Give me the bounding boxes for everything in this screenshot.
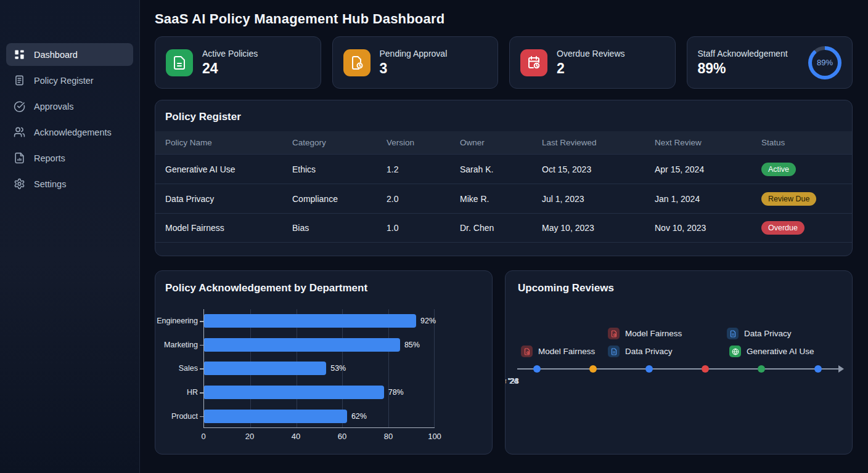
timeline-event-label: Data Privacy [744, 329, 792, 338]
cell-policy-name: Model Fairness [165, 223, 292, 233]
cell-policy-name: Data Privacy [165, 194, 292, 204]
check-circle-icon [14, 100, 25, 112]
timeline-event-label: Data Privacy [625, 347, 673, 356]
file-icon [166, 49, 193, 76]
sidebar-item-approvals[interactable]: Approvals [6, 95, 133, 118]
upcoming-reviews-title: Upcoming Reviews [506, 271, 852, 294]
stat-card-active-policies: Active Policies 24 [155, 36, 321, 89]
sidebar-item-acknowledgements[interactable]: Acknowledgements [6, 121, 133, 144]
timeline-event: Model Fairness [608, 328, 682, 339]
sidebar-item-label: Policy Register [34, 76, 94, 86]
cell-owner: Sarah K. [460, 164, 542, 174]
x-axis-tick: 80 [384, 432, 393, 441]
cell-next-review: Jan 1, 2024 [655, 194, 761, 204]
sidebar-item-label: Approvals [34, 102, 73, 111]
x-axis-tick: 60 [338, 432, 346, 441]
timeline-event-label: Model Fairness [625, 329, 682, 338]
column-header: Version [387, 138, 460, 147]
policy-register-panel: Policy Register Policy Name Category Ver… [155, 100, 853, 256]
table-row[interactable]: Model Fairness Bias 1.0 Dr. Chen May 10,… [155, 213, 852, 243]
page-title: SaaS AI Policy Management Hub Dashboard [155, 11, 853, 27]
sidebar-item-settings[interactable]: Settings [6, 172, 133, 195]
stats-row: Active Policies 24 Pending Approval 3 Ov… [155, 36, 853, 89]
cell-last-reviewed: Jul 1, 2023 [542, 194, 655, 204]
users-icon [14, 126, 25, 138]
stat-value: 24 [202, 60, 258, 77]
sidebar-item-reports[interactable]: Reports [6, 147, 133, 169]
bar-value-label: 78% [388, 386, 404, 399]
plot-area: 92% 85% 53% 78% 62% [203, 309, 435, 428]
gear-icon [14, 178, 25, 190]
bar-hr: 78% [204, 386, 384, 399]
bar-value-label: 92% [420, 314, 436, 328]
y-axis-label: Marketing [155, 333, 203, 357]
timeline-dot [702, 365, 709, 373]
timeline-dot [645, 365, 653, 373]
stat-value: 2 [557, 60, 625, 77]
y-axis-label: Product [155, 404, 203, 428]
x-axis-tick: 0 [201, 432, 205, 441]
blue-file-icon [727, 328, 739, 339]
document-icon [14, 75, 25, 86]
bar-value-label: 85% [404, 338, 420, 352]
column-header: Category [292, 138, 387, 147]
status-badge: Review Due [761, 192, 816, 206]
cell-next-review: Apr 15, 2024 [655, 164, 761, 174]
report-file-icon [14, 152, 25, 164]
bar-chart: Engineering Marketing Sales HR Product 9… [155, 309, 492, 428]
cell-last-reviewed: May 10, 2023 [542, 223, 655, 233]
column-header: Status [761, 138, 843, 147]
sidebar-item-label: Dashboard [34, 50, 78, 60]
bar-engineering: 92% [204, 314, 416, 328]
timeline-event: Data Privacy [608, 346, 673, 357]
table-row[interactable]: Data Privacy Compliance 2.0 Mike R. Jul … [155, 184, 852, 213]
stat-value: 89% [698, 60, 788, 77]
sidebar-item-policy-register[interactable]: Policy Register [6, 69, 133, 92]
bar-value-label: 62% [351, 410, 367, 423]
bar-marketing: 85% [204, 338, 400, 352]
stat-label: Active Policies [202, 49, 258, 59]
column-header: Last Reviewed [542, 138, 655, 147]
calendar-clock-icon [520, 49, 547, 76]
timeline-dot [758, 365, 765, 373]
x-axis-tick: 100 [428, 432, 441, 441]
stat-card-staff-acknowledgement: Staff Acknowledgement 89% 89% [687, 36, 853, 89]
stat-label: Staff Acknowledgement [698, 49, 788, 59]
x-axis-tick: 40 [292, 432, 300, 441]
table-row[interactable]: Generative AI Use Ethics 1.2 Sarah K. Oc… [155, 154, 852, 184]
timeline-event: Generative AI Use [729, 346, 814, 357]
cell-version: 1.2 [387, 164, 460, 174]
stat-value: 3 [380, 60, 448, 77]
stat-card-pending-approval: Pending Approval 3 [332, 36, 499, 89]
timeline-dot [814, 365, 822, 373]
sidebar: Dashboard Policy Register Approvals Ackn… [0, 0, 140, 473]
column-header: Owner [460, 138, 542, 147]
bar-product: 62% [204, 410, 347, 423]
timeline-axis [517, 368, 838, 370]
bar-value-label: 53% [330, 362, 346, 375]
column-header: Next Review [655, 138, 761, 147]
chart-title: Policy Acknowledgement by Department [155, 271, 492, 294]
x-axis-tick: 20 [245, 432, 254, 441]
sidebar-item-dashboard[interactable]: Dashboard [6, 43, 133, 66]
sidebar-item-label: Settings [34, 179, 66, 189]
blue-file-icon [608, 346, 620, 357]
stat-card-overdue-reviews: Overdue Reviews 2 [509, 36, 676, 89]
cell-version: 2.0 [387, 194, 460, 204]
table-header: Policy Name Category Version Owner Last … [155, 131, 852, 154]
upcoming-reviews-panel: Upcoming Reviews Model Fairness Data Pri… [505, 270, 853, 455]
timeline-event-label: Model Fairness [538, 347, 595, 356]
file-clock-icon [343, 49, 371, 76]
status-badge: Overdue [761, 221, 805, 235]
timeline-event: Data Privacy [727, 328, 792, 339]
status-badge: Active [761, 163, 796, 176]
stat-label: Overdue Reviews [557, 49, 625, 59]
red-file-icon [608, 328, 620, 339]
timeline-dot [589, 365, 597, 373]
y-axis-label: Sales [155, 357, 203, 381]
red-file-icon [521, 346, 533, 357]
dashboard-grid-icon [14, 49, 25, 60]
cell-category: Bias [292, 223, 387, 233]
cell-next-review: Nov 10, 2023 [655, 223, 761, 233]
ring-percentage: 89% [817, 58, 833, 67]
